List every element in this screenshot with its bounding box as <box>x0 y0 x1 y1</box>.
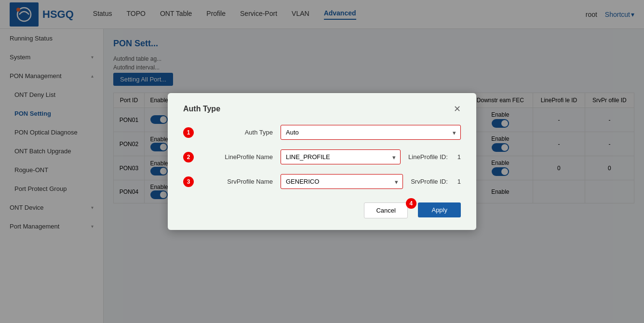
modal-overlay: Auth Type ✕ 1 Auth Type Auto Password SN… <box>0 0 644 323</box>
auth-type-label: Auth Type <box>205 129 273 136</box>
srv-profile-id-label: SrvProfile ID: <box>411 178 448 185</box>
modal-footer: Cancel 4 Apply <box>183 202 461 218</box>
auth-type-select[interactable]: Auto Password SN SN+Password <box>281 125 461 140</box>
line-profile-id-label: LineProfile ID: <box>408 153 448 161</box>
apply-button[interactable]: Apply <box>418 202 461 217</box>
auth-type-select-wrap: Auto Password SN SN+Password ▾ <box>281 125 461 140</box>
line-profile-label: LineProfile Name <box>205 153 273 161</box>
form-row-auth-type: 1 Auth Type Auto Password SN SN+Password… <box>183 125 461 140</box>
step-4-badge: 4 <box>406 198 416 209</box>
cancel-button[interactable]: Cancel <box>364 202 407 218</box>
srv-profile-label: SrvProfile Name <box>205 178 273 185</box>
srv-profile-select[interactable]: GENERICO <box>281 174 403 189</box>
srv-profile-id-value: 1 <box>457 178 461 185</box>
line-profile-select-wrap: LINE_PROFILE ▾ <box>281 149 401 164</box>
srv-profile-select-wrap: GENERICO ▾ <box>281 174 403 189</box>
close-button[interactable]: ✕ <box>454 105 461 113</box>
form-row-srv-profile: 3 SrvProfile Name GENERICO ▾ SrvProfile … <box>183 174 461 189</box>
modal-auth-type: Auth Type ✕ 1 Auth Type Auto Password SN… <box>168 93 476 230</box>
line-profile-select[interactable]: LINE_PROFILE <box>281 149 401 164</box>
step-3-badge: 3 <box>183 176 194 187</box>
modal-title: Auth Type <box>183 105 220 113</box>
step-1-badge: 1 <box>183 127 194 138</box>
modal-header: Auth Type ✕ <box>183 105 461 113</box>
step-2-badge: 2 <box>183 152 194 162</box>
form-row-line-profile: 2 LineProfile Name LINE_PROFILE ▾ LinePr… <box>183 149 461 164</box>
line-profile-id-value: 1 <box>457 153 461 161</box>
